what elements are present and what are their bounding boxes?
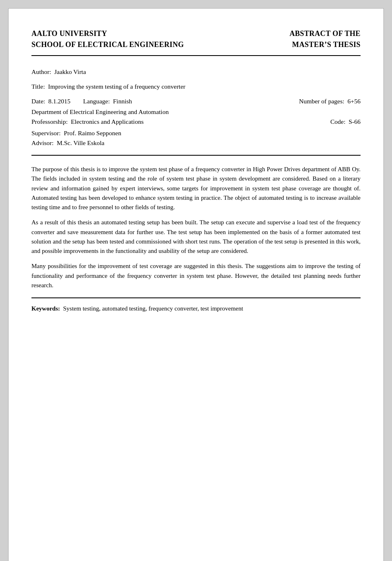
professorship-label: Professorship: <box>31 118 68 125</box>
header-right: ABSTRACT OF THE MASTER’S THESIS <box>290 28 361 50</box>
document-page: AALTO UNIVERSITY SCHOOL OF ELECTRICAL EN… <box>8 8 384 561</box>
title-field: Title: Improving the system testing of a… <box>31 83 185 90</box>
keywords-field: Keywords: System testing, automated test… <box>31 305 243 312</box>
document-type-line2: MASTER’S THESIS <box>290 39 361 50</box>
pages-value: 6+56 <box>347 98 361 105</box>
abstract-paragraph-2: As a result of this thesis an automated … <box>31 218 361 256</box>
code-label: Code: <box>330 118 345 125</box>
abstract-paragraph-1: The purpose of this thesis is to improve… <box>31 165 361 212</box>
supervisor-label: Supervisor: <box>31 130 60 136</box>
abstract-section: The purpose of this thesis is to improve… <box>31 156 361 298</box>
title-label: Title: <box>31 83 45 90</box>
date-value: 8.1.2015 <box>48 98 70 105</box>
supervisor-field: Supervisor: Prof. Raimo Sepponen <box>31 130 121 136</box>
advisor-label: Advisor: <box>31 139 53 146</box>
supervisor-value: Prof. Raimo Sepponen <box>64 130 121 136</box>
code-value: S-66 <box>349 118 361 125</box>
keywords-label: Keywords: <box>31 305 60 312</box>
author-row: Author: Jaakko Virta <box>31 68 361 76</box>
pages-field: Number of pages: 6+56 <box>299 98 361 105</box>
keywords-section: Keywords: System testing, automated test… <box>31 298 361 317</box>
language-label: Language: <box>83 98 110 105</box>
document-type-line1: ABSTRACT OF THE <box>290 28 361 39</box>
pages-label: Number of pages: <box>299 98 344 105</box>
professorship-value: Electronics and Applications <box>71 118 143 125</box>
abstract-paragraph-3: Many possibilities for the improvement o… <box>31 262 361 290</box>
date-label: Date: <box>31 98 45 105</box>
keywords-value: System testing, automated testing, frequ… <box>63 305 243 312</box>
language-value: Finnish <box>113 98 132 105</box>
professorship-row: Professorship: Electronics and Applicati… <box>31 118 361 125</box>
meta-section: Author: Jaakko Virta Title: Improving th… <box>31 56 361 156</box>
title-row: Title: Improving the system testing of a… <box>31 83 361 90</box>
document-header: AALTO UNIVERSITY SCHOOL OF ELECTRICAL EN… <box>31 28 361 56</box>
code-field: Code: S-66 <box>330 118 361 125</box>
advisor-row: Advisor: M.Sc. Ville Eskola <box>31 139 361 147</box>
school-name: SCHOOL OF ELECTRICAL ENGINEERING <box>31 39 184 50</box>
header-left: AALTO UNIVERSITY SCHOOL OF ELECTRICAL EN… <box>31 28 184 50</box>
professorship-field: Professorship: Electronics and Applicati… <box>31 118 144 125</box>
advisor-field: Advisor: M.Sc. Ville Eskola <box>31 139 105 146</box>
author-value: Jaakko Virta <box>54 68 86 75</box>
author-field: Author: Jaakko Virta <box>31 68 86 75</box>
date-field: Date: 8.1.2015 Language: Finnish <box>31 98 132 105</box>
date-language-row: Date: 8.1.2015 Language: Finnish Number … <box>31 98 361 105</box>
university-name: AALTO UNIVERSITY <box>31 28 184 39</box>
title-value: Improving the system testing of a freque… <box>48 83 185 90</box>
department-value: Department of Electrical Engineering and… <box>31 108 169 115</box>
department-row: Department of Electrical Engineering and… <box>31 108 361 116</box>
supervisor-row: Supervisor: Prof. Raimo Sepponen <box>31 130 361 137</box>
author-label: Author: <box>31 68 51 75</box>
advisor-value: M.Sc. Ville Eskola <box>57 139 105 146</box>
